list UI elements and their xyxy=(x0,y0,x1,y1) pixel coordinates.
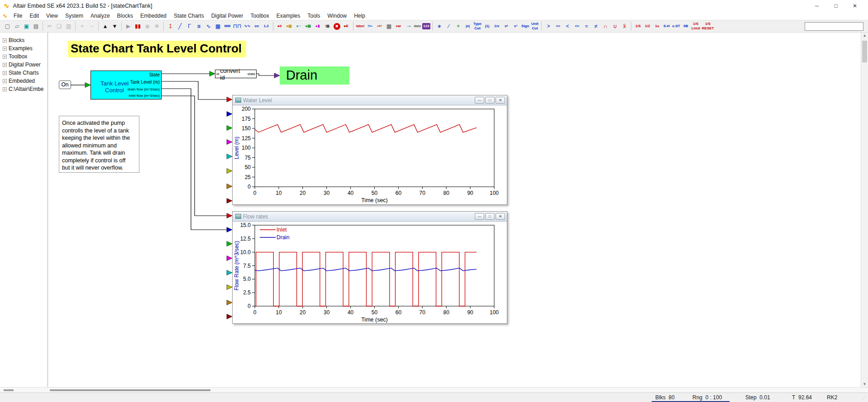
sample-hold-icon[interactable]: S-H xyxy=(662,22,671,31)
wire-positioner-icon[interactable]: →• xyxy=(403,22,413,31)
menu-examples[interactable]: Examples xyxy=(273,12,304,19)
plot-minimize-button[interactable]: — xyxy=(475,213,484,220)
add-connector-icon[interactable]: + xyxy=(77,22,87,31)
equal-icon[interactable]: = xyxy=(582,22,591,31)
scroll-up-icon[interactable]: ▲ xyxy=(861,33,868,38)
multiply-icon[interactable]: ∗ xyxy=(434,22,444,31)
new-file-icon[interactable]: ▢ xyxy=(3,22,12,31)
paste-icon[interactable]: ▥ xyxy=(64,22,73,31)
export-block-icon[interactable]: ▸▤ xyxy=(304,22,313,31)
on-block[interactable]: On xyxy=(59,80,71,89)
greater-equal-icon[interactable]: >= xyxy=(553,22,563,31)
pulse-train-block-icon[interactable]: ⊓⊓ xyxy=(232,22,243,31)
integrator-icon[interactable]: 1/S xyxy=(633,22,643,31)
run-icon[interactable]: ▶ xyxy=(124,22,133,31)
plot-minimize-button[interactable]: — xyxy=(475,97,484,104)
expand-icon[interactable]: + xyxy=(3,55,7,59)
plot-close-button[interactable]: ✕ xyxy=(496,213,505,220)
expand-icon[interactable]: + xyxy=(3,38,7,43)
on-off-block-icon[interactable]: on xyxy=(252,22,262,31)
step-block-icon[interactable]: Γ xyxy=(185,22,194,31)
sidebar-item-state-charts[interactable]: +State Charts xyxy=(2,69,48,77)
type-cut-icon[interactable]: Type Cut xyxy=(472,22,482,31)
menu-digital-power[interactable]: Digital Power xyxy=(208,12,247,19)
menu-blocks[interactable]: Blocks xyxy=(114,12,137,19)
intersect-icon[interactable]: ∩ xyxy=(601,22,610,31)
pause-icon[interactable]: ▮▮ xyxy=(133,22,143,31)
stop-block-icon[interactable]: ✖ xyxy=(334,23,340,30)
print-icon[interactable]: ▤ xyxy=(31,22,41,31)
const-value-block-icon[interactable]: 1.2 xyxy=(262,22,271,31)
sidebar-item-blocks[interactable]: +Blocks xyxy=(2,36,48,44)
save-icon[interactable]: ▣ xyxy=(22,22,31,31)
unit-cut-icon[interactable]: Unit Cut xyxy=(530,22,539,31)
sinusoid-block-icon[interactable]: ∿ xyxy=(204,22,213,31)
continue-icon[interactable]: ◉ xyxy=(143,22,152,31)
sidebar-item-embedded[interactable]: +Embedded xyxy=(2,77,48,85)
menu-analyze[interactable]: Analyze xyxy=(87,12,114,19)
union-icon[interactable]: ∪ xyxy=(610,22,620,31)
struct-to-scalar-icon[interactable]: •+⁞ xyxy=(375,22,384,31)
water-level-plot[interactable]: 0255075100125150175200010203040506070809… xyxy=(233,105,507,204)
menu-tools[interactable]: Tools xyxy=(304,12,324,19)
limited-integrator-icon[interactable]: 1/S Limit xyxy=(691,22,701,31)
flow-rates-plot[interactable]: 02.55.07.510.012.515.0010203040506070809… xyxy=(233,222,507,323)
menu-state-charts[interactable]: State Charts xyxy=(170,12,208,19)
scalar-to-struct-icon[interactable]: ⁞+• xyxy=(365,22,375,31)
canvas-scroll-thumb[interactable] xyxy=(50,389,210,391)
diagram-canvas[interactable]: State Chart Tank Level Control On Tank L… xyxy=(48,33,861,387)
const-vector-block-icon[interactable]: 123 xyxy=(422,23,430,29)
menu-view[interactable]: View xyxy=(43,12,62,19)
matrix-display-icon[interactable]: ⁞▦ xyxy=(323,22,332,31)
sidebar-item-c-altair-embe[interactable]: +C:\Altair\Embe xyxy=(2,85,48,93)
vertical-scrollbar[interactable]: ▲ ▼ xyxy=(861,33,868,387)
sidebar-scroll-thumb[interactable] xyxy=(4,389,14,391)
time-delay-icon[interactable]: e-ST xyxy=(671,22,681,31)
expression-input[interactable] xyxy=(805,22,863,31)
menu-edit[interactable]: Edit xyxy=(26,12,43,19)
water-level-plot-window[interactable]: Water Level — □ ✕ 0255075100125150175200… xyxy=(232,95,507,205)
minimize-button[interactable]: ─ xyxy=(807,3,826,9)
plot-close-button[interactable]: ✕ xyxy=(496,97,505,104)
exponent-icon[interactable]: xⁿ xyxy=(511,22,520,31)
meter-block-icon[interactable]: ▸◔ xyxy=(294,22,304,31)
label-block-icon[interactable]: label xyxy=(355,22,365,31)
table-block-icon[interactable]: ▦ xyxy=(213,22,223,31)
import-block-icon[interactable]: ▸▮ xyxy=(313,22,323,31)
horizontal-scrollbar[interactable] xyxy=(0,387,868,393)
less-equal-icon[interactable]: <= xyxy=(572,22,582,31)
comb-block-icon[interactable]: ||| xyxy=(194,22,204,31)
expand-icon[interactable]: + xyxy=(3,79,7,83)
flow-rates-titlebar[interactable]: Flow rates — □ ✕ xyxy=(233,212,507,222)
expand-icon[interactable]: + xyxy=(3,63,7,67)
tank-level-control-block[interactable]: Tank LevelControl StateTank Level (m)dra… xyxy=(91,71,162,99)
close-button[interactable]: ✕ xyxy=(845,3,864,9)
less-than-icon[interactable]: < xyxy=(563,22,572,31)
menu-window[interactable]: Window xyxy=(324,12,350,19)
menu-system[interactable]: System xyxy=(62,12,87,19)
menu-embedded[interactable]: Embedded xyxy=(137,12,170,19)
reciprocal-icon[interactable]: 1/x xyxy=(492,22,501,31)
copy-icon[interactable]: ❏ xyxy=(54,22,64,31)
menu-toolbox[interactable]: Toolbox xyxy=(247,12,272,19)
expand-icon[interactable]: + xyxy=(3,71,7,75)
open-file-icon[interactable]: ▱ xyxy=(12,22,22,31)
title-bar[interactable]: ∿ Altair Embed SE x64 2023.1 Build 52 - … xyxy=(0,0,868,12)
remove-connector-icon[interactable]: − xyxy=(87,22,96,31)
expand-icon[interactable]: + xyxy=(3,47,7,51)
flow-rates-plot-window[interactable]: Flow rates — □ ✕ 02.55.07.510.012.515.00… xyxy=(232,211,507,324)
display-block-icon[interactable]: ▸0 xyxy=(275,22,285,31)
reset-integrator-icon[interactable]: 1/S RESET xyxy=(701,22,715,31)
reset-sim-icon[interactable]: ✱ xyxy=(152,22,162,31)
greater-than-icon[interactable]: > xyxy=(544,22,553,31)
parens-icon[interactable]: (1) xyxy=(482,22,492,31)
abs-icon[interactable]: |x| xyxy=(463,22,472,31)
display-grid-icon[interactable]: ▦ xyxy=(384,22,394,31)
summing-junction-icon[interactable]: 1± xyxy=(652,22,662,31)
menu-help[interactable]: Help xyxy=(350,12,369,19)
scroll-down-icon[interactable]: ▼ xyxy=(861,382,868,386)
error-block-icon[interactable]: ▸E xyxy=(342,22,351,31)
expand-icon[interactable]: + xyxy=(3,87,7,91)
description-note[interactable]: Once activated the pump controlls the le… xyxy=(59,116,139,173)
plot-maximize-button[interactable]: □ xyxy=(485,213,495,220)
